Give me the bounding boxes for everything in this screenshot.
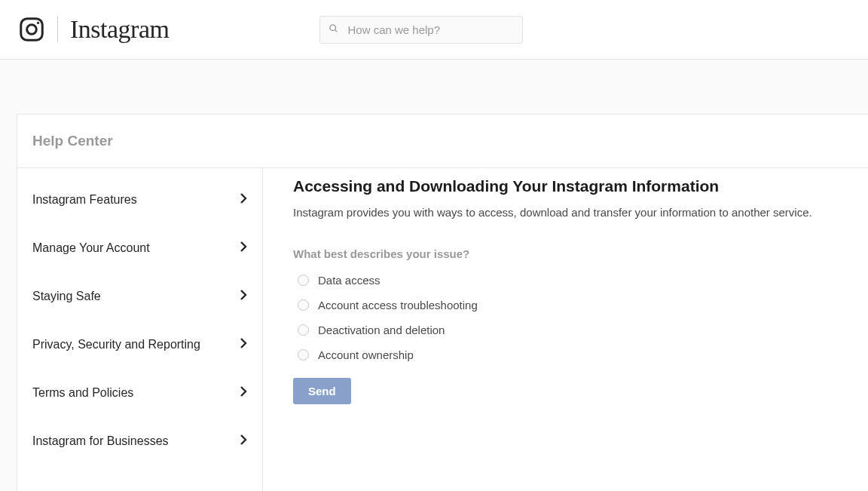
radio-icon[interactable]: [298, 299, 309, 311]
help-title-row: Help Center: [17, 115, 868, 168]
sidebar: Instagram Features Manage Your Account S…: [17, 168, 263, 491]
sidebar-item-label: Staying Safe: [32, 290, 101, 303]
chevron-right-icon: [240, 289, 247, 304]
sidebar-item-privacy-security[interactable]: Privacy, Security and Reporting: [17, 321, 262, 369]
sidebar-item-businesses[interactable]: Instagram for Businesses: [17, 417, 262, 465]
sidebar-item-label: Instagram for Businesses: [32, 434, 169, 448]
radio-row-deactivation[interactable]: Deactivation and deletion: [293, 321, 838, 339]
page-heading: Accessing and Downloading Your Instagram…: [293, 177, 838, 195]
chevron-right-icon: [240, 241, 247, 256]
sidebar-item-manage-account[interactable]: Manage Your Account: [17, 224, 262, 272]
radio-row-data-access[interactable]: Data access: [293, 271, 838, 290]
sidebar-item-instagram-features[interactable]: Instagram Features: [17, 176, 262, 224]
sidebar-item-label: Privacy, Security and Reporting: [32, 338, 200, 351]
radio-label: Data access: [318, 274, 381, 287]
logo-divider: [57, 17, 58, 42]
page-description: Instagram provides you with ways to acce…: [293, 206, 838, 219]
radio-icon[interactable]: [298, 275, 309, 286]
search-input[interactable]: [319, 16, 523, 44]
sidebar-item-staying-safe[interactable]: Staying Safe: [17, 272, 262, 321]
content-row: Instagram Features Manage Your Account S…: [17, 168, 868, 491]
radio-label: Deactivation and deletion: [318, 324, 445, 336]
sidebar-item-label: Instagram Features: [32, 193, 137, 207]
svg-point-1: [27, 25, 37, 35]
search-wrap: [319, 16, 523, 44]
sidebar-item-label: Manage Your Account: [32, 241, 150, 255]
help-panel: Help Center Instagram Features Manage Yo…: [17, 114, 868, 491]
radio-row-ownership[interactable]: Account ownership: [293, 345, 838, 364]
top-header: Instagram: [0, 0, 868, 60]
chevron-right-icon: [240, 434, 247, 449]
form-question: What best describes your issue?: [293, 247, 838, 260]
radio-row-account-access[interactable]: Account access troubleshooting: [293, 296, 838, 315]
logo-group: Instagram: [18, 15, 169, 44]
page-body: Help Center Instagram Features Manage Yo…: [0, 60, 868, 491]
radio-label: Account access troubleshooting: [318, 299, 478, 311]
brand-wordmark[interactable]: Instagram: [70, 15, 169, 44]
sidebar-item-terms-policies[interactable]: Terms and Policies: [17, 369, 262, 417]
send-button[interactable]: Send: [293, 378, 351, 404]
chevron-right-icon: [240, 337, 247, 352]
radio-icon[interactable]: [298, 324, 309, 336]
radio-label: Account ownership: [318, 348, 414, 361]
svg-rect-0: [21, 19, 43, 41]
svg-point-2: [37, 22, 39, 24]
sidebar-item-label: Terms and Policies: [32, 386, 133, 400]
instagram-logo-icon[interactable]: [18, 16, 45, 43]
main-area: Accessing and Downloading Your Instagram…: [263, 168, 868, 491]
help-center-title: Help Center: [32, 133, 853, 149]
chevron-right-icon: [240, 192, 247, 207]
chevron-right-icon: [240, 385, 247, 400]
radio-icon[interactable]: [298, 349, 309, 361]
